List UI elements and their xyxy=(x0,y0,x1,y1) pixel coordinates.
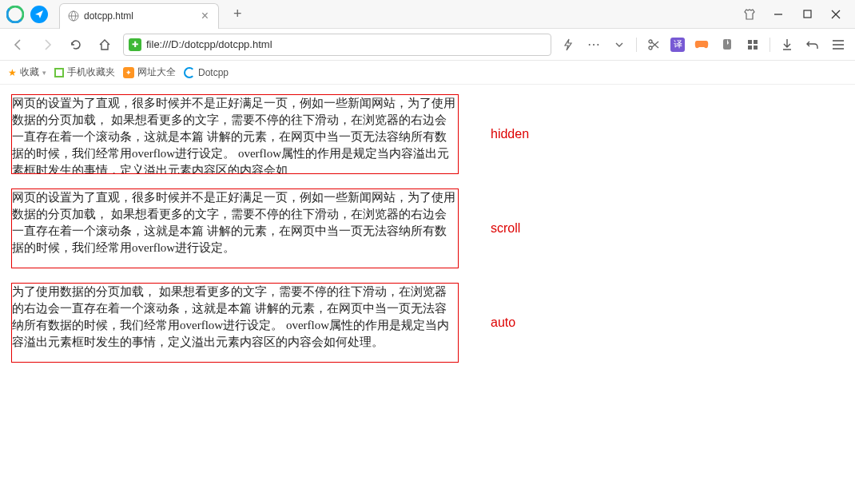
site-directory[interactable]: ✦ 网址大全 xyxy=(123,65,176,79)
svg-point-10 xyxy=(649,40,652,43)
scroll-label: scroll xyxy=(491,221,520,236)
separator xyxy=(636,38,637,52)
chevron-down-icon[interactable] xyxy=(610,36,628,54)
translate-icon[interactable]: 译 xyxy=(670,38,685,52)
browser-tab[interactable]: dotcpp.html × xyxy=(59,3,219,29)
svg-line-11 xyxy=(652,42,658,48)
address-bar-tools: ⋯ 译 xyxy=(559,36,847,54)
close-window-button[interactable] xyxy=(823,3,849,26)
secure-badge-icon: ✚ xyxy=(129,38,141,51)
new-tab-button[interactable]: + xyxy=(225,6,250,22)
url-input[interactable] xyxy=(146,38,546,50)
home-button[interactable] xyxy=(94,34,115,55)
title-bar-left: dotcpp.html × + xyxy=(0,2,250,27)
scissors-icon[interactable] xyxy=(645,36,662,54)
dotcpp-bookmark[interactable]: Dotcpp xyxy=(184,67,229,78)
dotcpp-label: Dotcpp xyxy=(198,67,229,78)
address-bar: ✚ ⋯ 译 xyxy=(0,29,855,61)
dotcpp-icon xyxy=(184,67,195,78)
download-icon[interactable] xyxy=(778,36,796,54)
window-controls xyxy=(737,3,855,26)
minimize-button[interactable] xyxy=(766,3,791,26)
demo-row-hidden: 网页的设置为了直观，很多时候并不是正好满足一页，例如一些新闻网站，为了使用数据的… xyxy=(11,94,844,174)
mobile-icon xyxy=(54,68,64,77)
auto-label: auto xyxy=(491,315,515,330)
svg-rect-15 xyxy=(754,40,758,44)
title-bar: dotcpp.html × + xyxy=(0,0,855,29)
favorites-button[interactable]: ★ 收藏 ▾ xyxy=(8,65,46,79)
browser-logo-icon xyxy=(6,6,24,23)
page-content: 网页的设置为了直观，很多时候并不是正好满足一页，例如一些新闻网站，为了使用数据的… xyxy=(0,85,855,387)
apps-icon[interactable] xyxy=(744,36,762,54)
separator xyxy=(770,38,770,52)
lightning-icon[interactable] xyxy=(559,36,577,54)
demo-row-auto: 为了使用数据的分页加载， 如果想看更多的文字，需要不停的往下滑动，在浏览器的右边… xyxy=(11,283,844,363)
tab-title: dotcpp.html xyxy=(84,10,200,22)
bookmarks-bar: ★ 收藏 ▾ 手机收藏夹 ✦ 网址大全 Dotcpp xyxy=(0,61,855,85)
directory-icon: ✦ xyxy=(123,67,134,78)
back-button[interactable] xyxy=(8,34,29,55)
reload-button[interactable] xyxy=(66,34,86,55)
overflow-scroll-box[interactable]: 网页的设置为了直观，很多时候并不是正好满足一页，例如一些新闻网站，为了使用数据的… xyxy=(11,189,459,268)
bookmark-icon[interactable] xyxy=(718,36,736,54)
game-icon[interactable] xyxy=(693,36,710,54)
svg-rect-6 xyxy=(804,10,811,18)
svg-rect-17 xyxy=(754,46,758,50)
skin-icon[interactable] xyxy=(737,3,762,26)
svg-point-9 xyxy=(649,46,652,50)
svg-rect-16 xyxy=(748,46,752,50)
overflow-auto-box[interactable]: 为了使用数据的分页加载， 如果想看更多的文字，需要不停的往下滑动，在浏览器的右边… xyxy=(11,283,459,363)
globe-icon xyxy=(68,10,79,22)
menu-icon[interactable] xyxy=(829,36,847,54)
dropdown-icon: ▾ xyxy=(42,69,46,77)
forward-button[interactable] xyxy=(37,34,58,55)
close-tab-icon[interactable]: × xyxy=(200,9,210,23)
mobile-favorites[interactable]: 手机收藏夹 xyxy=(54,65,115,79)
site-dir-label: 网址大全 xyxy=(137,65,176,79)
favorites-label: 收藏 xyxy=(20,65,39,79)
url-input-box[interactable]: ✚ xyxy=(123,34,551,56)
overflow-hidden-box: 网页的设置为了直观，很多时候并不是正好满足一页，例如一些新闻网站，为了使用数据的… xyxy=(11,94,459,174)
svg-line-12 xyxy=(652,42,658,47)
demo-row-scroll: 网页的设置为了直观，很多时候并不是正好满足一页，例如一些新闻网站，为了使用数据的… xyxy=(11,189,844,268)
hidden-label: hidden xyxy=(491,127,529,141)
undo-icon[interactable] xyxy=(804,36,821,54)
mobile-fav-label: 手机收藏夹 xyxy=(67,65,115,79)
paper-plane-icon[interactable] xyxy=(30,6,48,23)
more-icon[interactable]: ⋯ xyxy=(585,36,602,54)
svg-rect-14 xyxy=(748,40,752,44)
star-icon: ★ xyxy=(8,67,17,78)
maximize-button[interactable] xyxy=(794,3,820,26)
